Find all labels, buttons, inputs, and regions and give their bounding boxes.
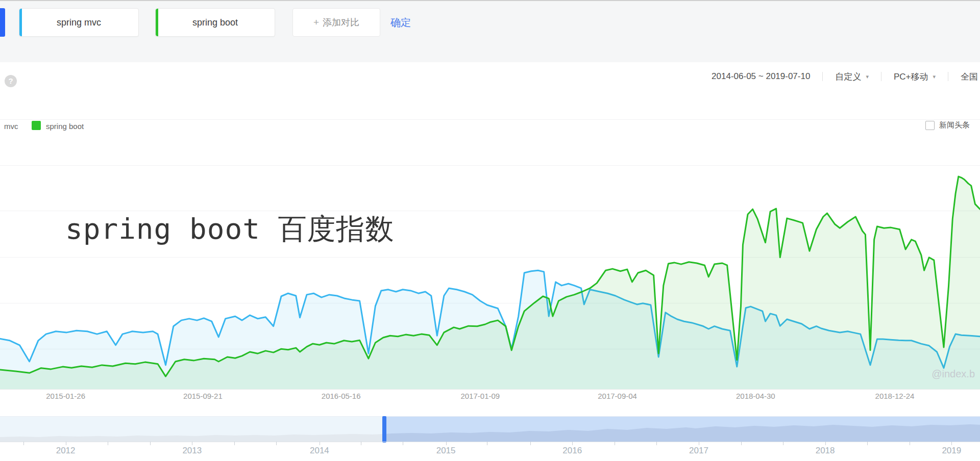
- x-tick-label: 2016-05-16: [322, 392, 361, 400]
- query-bar: spring mvc spring boot + 添加对比 确定: [0, 0, 980, 62]
- brush-tick: [699, 442, 699, 445]
- brush-tick: [615, 442, 615, 445]
- add-compare-button[interactable]: + 添加对比: [292, 8, 380, 37]
- x-tick-label: 2015-09-21: [183, 392, 223, 400]
- plus-icon: +: [313, 17, 319, 28]
- brush-tick: [910, 442, 910, 445]
- x-axis-labels: 2015-01-262015-09-212016-05-162017-01-09…: [0, 392, 980, 403]
- brush-tick: [572, 442, 573, 445]
- clipped-keyword-accent: [0, 8, 5, 37]
- trend-lines-svg: [0, 119, 980, 389]
- brush-axis-ticks: [0, 442, 980, 446]
- brush-tick: [276, 442, 277, 445]
- trend-chart-plot[interactable]: spring boot 百度指数 @index.b: [0, 119, 980, 390]
- brush-silhouette-svg: [0, 417, 980, 442]
- brush-tick: [825, 442, 826, 445]
- x-tick-label: 2017-09-04: [598, 392, 637, 400]
- brush-tick: [656, 442, 657, 445]
- overlay-title: spring boot 百度指数: [65, 210, 395, 249]
- device-dropdown[interactable]: PC+移动 ▾: [894, 71, 936, 83]
- divider: [948, 72, 948, 81]
- keyword-box-spring-boot[interactable]: spring boot: [155, 8, 275, 37]
- chevron-down-icon: ▾: [933, 73, 936, 80]
- brush-tick: [530, 442, 531, 445]
- date-range[interactable]: 2014-06-05 ~ 2019-07-10: [712, 71, 810, 82]
- x-tick-label: 2018-04-30: [736, 392, 775, 400]
- add-compare-label: 添加对比: [323, 16, 359, 29]
- brush-tick: [320, 442, 320, 445]
- brush-tick: [150, 442, 151, 445]
- device-label: PC+移动: [894, 71, 928, 83]
- keyword-label: spring mvc: [57, 17, 101, 28]
- brush-year-label: 2013: [182, 446, 202, 456]
- baidu-index-page: spring mvc spring boot + 添加对比 确定 ? 2014-…: [0, 0, 980, 461]
- brush-tick: [783, 442, 783, 445]
- brush-tick: [192, 442, 192, 445]
- chart-toolbar: 2014-06-05 ~ 2019-07-10 自定义 ▾ PC+移动 ▾ 全国: [712, 68, 978, 85]
- keyword-accent-bar: [19, 9, 22, 36]
- divider: [881, 72, 881, 81]
- brush-year-labels: 20122013201420152016201720182019: [0, 446, 980, 458]
- brush-year-label: 2015: [436, 446, 456, 456]
- brush-tick: [487, 442, 487, 445]
- x-tick-label: 2018-12-24: [875, 392, 915, 400]
- brush-handle[interactable]: [382, 416, 386, 443]
- x-tick-label: 2017-01-09: [460, 392, 500, 400]
- chevron-down-icon: ▾: [866, 73, 869, 80]
- watermark: @index.b: [932, 368, 975, 380]
- brush-tick: [446, 442, 447, 445]
- region-dropdown[interactable]: 全国: [961, 71, 978, 83]
- brush-tick: [66, 442, 66, 445]
- brush-tick: [234, 442, 235, 445]
- divider: [822, 72, 823, 81]
- brush-year-label: 2019: [942, 446, 961, 456]
- brush-tick: [741, 442, 742, 445]
- brush-year-label: 2014: [310, 446, 329, 456]
- brush-tick: [361, 442, 361, 445]
- confirm-button[interactable]: 确定: [390, 8, 411, 37]
- range-brush[interactable]: [0, 416, 980, 442]
- brush-tick: [867, 442, 868, 445]
- brush-year-label: 2017: [689, 446, 708, 456]
- brush-tick: [108, 442, 108, 445]
- brush-year-label: 2012: [56, 446, 76, 456]
- brush-year-label: 2018: [816, 446, 835, 456]
- keyword-accent-bar: [156, 9, 158, 36]
- brush-tick: [951, 442, 952, 445]
- keyword-label: spring boot: [192, 17, 238, 28]
- region-label: 全国: [961, 71, 978, 83]
- custom-range-dropdown[interactable]: 自定义 ▾: [835, 71, 869, 83]
- custom-range-label: 自定义: [835, 71, 861, 83]
- brush-tick: [403, 442, 403, 445]
- keyword-box-spring-mvc[interactable]: spring mvc: [19, 8, 139, 37]
- brush-tick: [23, 442, 24, 445]
- brush-year-label: 2016: [562, 446, 582, 456]
- x-tick-label: 2015-01-26: [46, 392, 85, 400]
- help-icon[interactable]: ?: [5, 75, 17, 87]
